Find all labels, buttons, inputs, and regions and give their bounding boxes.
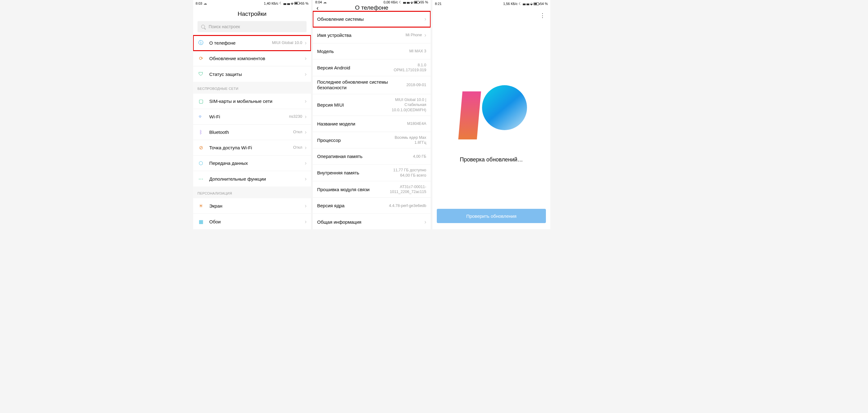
dnd-icon — [279, 1, 282, 5]
row-label: О телефоне — [209, 40, 272, 45]
status-bar: 8:21 1,56 КБ/с ⬙ 54 % — [432, 0, 550, 7]
about-row[interactable]: Версия ядра4.4.78-perf-ge3e6edb — [313, 198, 431, 214]
logo-zero-shape — [482, 85, 527, 130]
battery-icon — [294, 2, 300, 5]
check-updates-button-label: Проверить обновления — [466, 214, 517, 219]
about-row[interactable]: Версия MIUIMIUI Global 10.0 |Стабильная1… — [313, 94, 431, 116]
page-title: Настройки — [197, 10, 307, 18]
row-label: Передача данных — [209, 160, 302, 166]
row-icon: ⋯ — [197, 176, 204, 182]
section-wireless: БЕСПРОВОДНЫЕ СЕТИ — [193, 82, 311, 94]
status-time: 8:03 — [196, 2, 202, 5]
row-value: MIUI Global 10.0 |Стабильная10.0.1.0(OED… — [392, 97, 426, 113]
status-battery: 55 % — [421, 0, 428, 4]
status-time: 8:21 — [435, 2, 441, 6]
row-icon: ▦ — [197, 219, 204, 225]
chevron-right-icon: › — [305, 218, 307, 225]
row-label: Внутренняя память — [317, 170, 393, 176]
dnd-icon — [519, 2, 522, 6]
status-bar: 8:04 0,00 КБ/с ⬙ 55 % — [313, 0, 431, 4]
about-row[interactable]: Имя устройстваMi Phone› — [313, 27, 431, 43]
system-update-screen: 8:21 1,56 КБ/с ⬙ 54 % ⋮ Проверка обновле… — [432, 0, 550, 229]
about-row[interactable]: Последнее обновление системыбезопасности… — [313, 76, 431, 95]
about-row[interactable]: Название моделиM1804E4A — [313, 116, 431, 132]
row-label: Точка доступа Wi-Fi — [209, 145, 293, 150]
chevron-right-icon: › — [424, 32, 426, 38]
chevron-right-icon: › — [305, 160, 307, 166]
chevron-right-icon: › — [305, 203, 307, 209]
status-time: 8:04 — [315, 0, 322, 4]
row-label: Имя устройства — [317, 33, 405, 38]
page-title: О телефоне — [316, 4, 427, 11]
settings-row[interactable]: ▦Обои› — [193, 214, 311, 229]
status-battery: 54 % — [540, 2, 548, 6]
row-value: M1804E4A — [407, 121, 426, 126]
status-bar: 8:03 1,40 КБ/с ⬙ 55 % — [193, 0, 311, 7]
row-label: Обои — [209, 219, 302, 224]
overflow-menu-button[interactable]: ⋮ — [540, 12, 545, 19]
section-personalization: ПЕРСОНАЛИЗАЦИЯ — [193, 187, 311, 198]
settings-row[interactable]: ⊘Точка доступа Wi-FiОткл› — [193, 140, 311, 156]
settings-row[interactable]: ⟳Обновление компонентов› — [193, 51, 311, 66]
about-row[interactable]: Версия Android8.1.0OPM1.171019.019 — [313, 60, 431, 76]
status-battery: 55 % — [301, 2, 308, 5]
wifi-icon: ⬙ — [291, 1, 293, 5]
row-value: MIUI Global 10.0 — [272, 40, 302, 45]
row-label: Bluetooth — [209, 129, 293, 135]
row-icon: ᯤ — [197, 114, 204, 120]
row-label: Обновление компонентов — [209, 56, 302, 61]
settings-row[interactable]: ☀Экран› — [193, 198, 311, 214]
row-label: Дополнительные функции — [209, 176, 302, 182]
settings-row[interactable]: ⋯Дополнительные функции› — [193, 171, 311, 187]
signal-icon — [287, 2, 290, 5]
weather-icon — [323, 0, 327, 4]
search-input[interactable]: Поиск настроек — [197, 21, 307, 32]
chevron-right-icon: › — [305, 40, 307, 46]
row-value: 8.1.0OPM1.171019.019 — [394, 63, 426, 73]
row-label: Версия Android — [317, 65, 394, 70]
row-value: AT31c7-00011-1011_2206_72ac115 — [390, 184, 426, 195]
settings-row[interactable]: ᯤWi-Fins3230› — [193, 109, 311, 125]
wifi-icon: ⬙ — [530, 2, 533, 6]
row-icon: ⊘ — [197, 145, 204, 151]
row-icon: ☀ — [197, 203, 204, 209]
header: ⋮ — [432, 7, 550, 24]
row-label: SIM-карты и мобильные сети — [209, 98, 302, 104]
checking-updates-label: Проверка обновлений… — [460, 156, 523, 163]
header: Настройки — [193, 7, 311, 21]
about-row[interactable]: Обновление системы› — [313, 11, 431, 27]
row-label: Процессор — [317, 137, 395, 143]
settings-row[interactable]: ⬡Передача данных› — [193, 156, 311, 171]
row-icon: ᛒ — [197, 129, 204, 135]
row-value: 11,77 ГБ доступно64,00 ГБ всего — [393, 168, 426, 178]
signal-icon — [523, 2, 525, 6]
about-row[interactable]: МодельMI MAX 3 — [313, 43, 431, 60]
about-row[interactable]: ПроцессорВосемь ядер Max1.8ГГц — [313, 132, 431, 149]
status-net: 1,40 КБ/с — [264, 2, 278, 5]
row-icon: ⬡ — [197, 160, 204, 166]
search-icon — [201, 25, 206, 29]
about-row[interactable]: Общая информация› — [313, 214, 431, 229]
chevron-right-icon: › — [305, 145, 307, 151]
chevron-right-icon: › — [305, 98, 307, 104]
row-icon: ⓘ — [197, 40, 204, 46]
back-button[interactable]: ‹ — [316, 4, 319, 11]
chevron-right-icon: › — [424, 219, 426, 225]
logo-one-shape — [458, 91, 481, 139]
settings-row[interactable]: ⓘО телефонеMIUI Global 10.0› — [193, 35, 311, 51]
chevron-right-icon: › — [305, 55, 307, 62]
check-updates-button[interactable]: Проверить обновления — [437, 209, 546, 223]
about-row[interactable]: Внутренняя память11,77 ГБ доступно64,00 … — [313, 164, 431, 181]
settings-row[interactable]: ᛒBluetoothОткл› — [193, 125, 311, 140]
about-row[interactable]: Оперативная память4,00 ГБ — [313, 149, 431, 164]
settings-row[interactable]: 🛡Статус защиты› — [193, 66, 311, 82]
chevron-right-icon: › — [305, 176, 307, 182]
chevron-right-icon: › — [305, 129, 307, 135]
row-label: Прошивка модуля связи — [317, 187, 390, 192]
wifi-icon: ⬙ — [410, 0, 413, 4]
about-row[interactable]: Прошивка модуля связиAT31c7-00011-1011_2… — [313, 181, 431, 198]
row-label: Общая информация — [317, 219, 422, 225]
weather-icon — [204, 1, 207, 6]
settings-row[interactable]: ▢SIM-карты и мобильные сети› — [193, 94, 311, 109]
row-value: 2018-09-01 — [406, 83, 426, 87]
